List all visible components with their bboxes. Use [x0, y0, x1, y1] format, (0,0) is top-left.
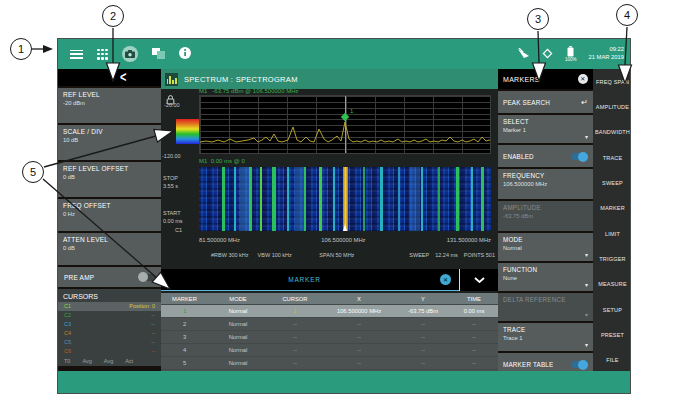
mode-dropdown[interactable]: MODE Normal ▾: [498, 233, 593, 261]
select-value: Marker 1: [503, 127, 588, 133]
pre-amp-toggle[interactable]: [138, 274, 155, 281]
marker-table-toggle[interactable]: [571, 361, 588, 368]
marker-table-title: MARKER: [161, 269, 448, 290]
menu-item-limit[interactable]: LIMIT: [593, 221, 631, 246]
marker-table: MARKER MODE CURSOR X Y TIME 1 Normal 1 1…: [161, 293, 498, 373]
menu-item-trigger[interactable]: TRIGGER: [593, 246, 631, 271]
function-dropdown[interactable]: FUNCTION None ▾: [498, 263, 593, 291]
menu-item-bandwidth[interactable]: BANDWIDTH: [593, 120, 631, 145]
peak-search-button[interactable]: PEAK SEARCH ↵: [498, 91, 593, 113]
ref-level-button[interactable]: REF LEVEL -20 dBm: [58, 88, 161, 123]
menu-item-amplitude[interactable]: AMPLITUDE: [593, 94, 631, 119]
menu-item-preset[interactable]: PRESET: [593, 322, 631, 347]
mode-label: MODE: [503, 236, 588, 243]
cell-mode: Normal: [208, 321, 268, 327]
col-cursor: CURSOR: [268, 296, 322, 302]
menu-item-file[interactable]: FILE: [593, 348, 631, 373]
ref-top-label: -20.00: [164, 102, 180, 108]
cell-x: --: [322, 334, 396, 340]
cell-time: --: [450, 334, 498, 340]
collapse-chevron-icon[interactable]: <: [120, 70, 126, 84]
markers-settings-panel: MARKERS ✕ PEAK SEARCH ↵ SELECT Marker 1 …: [498, 69, 593, 373]
function-value: None: [503, 275, 588, 281]
freq-offset-button[interactable]: FREQ OFFSET 0 Hz: [58, 199, 161, 231]
spectrogram[interactable]: [199, 167, 491, 231]
pre-amp-label: PRE AMP: [64, 274, 94, 281]
sgram-readout-value: 0.00 ms @ 0: [211, 158, 245, 164]
menu-item-trace[interactable]: TRACE: [593, 145, 631, 170]
table-row[interactable]: 5 Normal -- -- -- --: [161, 357, 498, 370]
enter-icon: ↵: [581, 98, 588, 107]
menu-item-sweep[interactable]: SWEEP: [593, 170, 631, 195]
cell-x: 106.500000 MHz: [322, 308, 396, 314]
frequency-axis-labels: 81.500000 MHz 106.500000 MHz 131.500000 …: [199, 237, 491, 243]
window-title: SPECTRUM : SPECTROGRAM: [184, 75, 298, 84]
callout-3: 3: [527, 8, 549, 30]
cell-time: --: [450, 360, 498, 366]
apps-grid-icon[interactable]: [97, 49, 108, 60]
cursor-c4-name: C4: [64, 330, 71, 337]
cursor-footer-row: T0 Avg Avg Act: [58, 356, 161, 366]
spectrum-window: SPECTRUM : SPECTROGRAM M1 -63.75 dBm @ 1…: [161, 69, 498, 373]
stop-label: STOP: [163, 175, 178, 181]
marker-table-close-icon[interactable]: ✕: [440, 274, 451, 285]
cell-x: --: [322, 321, 396, 327]
menu-icon[interactable]: [70, 50, 83, 59]
start-label: START: [163, 210, 181, 216]
atten-level-button[interactable]: ATTEN LEVEL 0 dB: [58, 233, 161, 265]
cursor-row-c1[interactable]: C1 Position: 0: [58, 302, 161, 311]
marker-1-number: 1: [350, 108, 353, 114]
trace-value: Trace 1: [503, 335, 588, 341]
cursor-row-c4[interactable]: C4 --: [58, 329, 161, 338]
cursor-row-c6[interactable]: C6 --: [58, 347, 161, 356]
cursor-c1-value: Position: 0: [129, 303, 155, 310]
menu-item-marker[interactable]: MARKER: [593, 196, 631, 221]
marker-frequency-line: [345, 96, 346, 153]
cell-cursor: --: [268, 334, 322, 340]
menu-item-measure[interactable]: MEASURE: [593, 272, 631, 297]
sgram-readout-label: M1: [199, 158, 207, 164]
markers-panel-title: MARKERS: [503, 76, 540, 83]
cell-y: --: [396, 347, 450, 353]
scale-div-label: SCALE / DIV: [63, 128, 156, 135]
trace-dropdown[interactable]: TRACE Trace 1 ▾: [498, 323, 593, 351]
select-label: SELECT: [503, 118, 588, 125]
sweep-label: SWEEP: [409, 252, 429, 258]
info-icon[interactable]: [179, 45, 191, 63]
system-top-bar: 100% 09:22 21 MAR 2019: [58, 39, 630, 69]
atten-level-value: 0 dB: [63, 245, 156, 251]
cell-marker: 2: [161, 321, 208, 327]
cursor-row-c2[interactable]: C2 --: [58, 311, 161, 320]
cell-cursor: --: [268, 347, 322, 353]
cursor-row-c3[interactable]: C3 --: [58, 320, 161, 329]
cell-x: --: [322, 347, 396, 353]
cursor-c5-value: --: [151, 339, 155, 346]
cell-cursor: 1: [268, 308, 322, 314]
peak-search-label: PEAK SEARCH: [503, 99, 550, 106]
display-windows-icon[interactable]: [152, 45, 165, 63]
scale-div-button[interactable]: SCALE / DIV 10 dB: [58, 125, 161, 160]
screenshot-camera-icon[interactable]: [122, 46, 138, 62]
col-x: X: [322, 296, 396, 302]
ref-level-offset-button[interactable]: REF LEVEL OFFSET 0 dB: [58, 162, 161, 197]
cell-mode: Normal: [208, 360, 268, 366]
table-row[interactable]: 2 Normal -- -- -- --: [161, 318, 498, 331]
chevron-down-icon: [474, 277, 485, 283]
battery-indicator: 100%: [565, 46, 577, 63]
menu-item-freq-span[interactable]: FREQ SPAN: [593, 69, 631, 94]
cell-time: --: [450, 321, 498, 327]
frequency-button[interactable]: FREQUENCY 106.500000 MHz: [498, 169, 593, 199]
marker-readout-top-value: -63.75 dBm @ 106.500000 MHz: [212, 88, 298, 94]
function-label: FUNCTION: [503, 266, 588, 273]
table-row[interactable]: 1 Normal 1 106.500000 MHz -63.75 dBm 0.0…: [161, 305, 498, 318]
marker-table-collapse-button[interactable]: [459, 269, 498, 291]
spectrum-plot[interactable]: 1: [199, 95, 491, 154]
select-marker-dropdown[interactable]: SELECT Marker 1 ▾: [498, 115, 593, 143]
table-row[interactable]: 4 Normal -- -- -- --: [161, 344, 498, 357]
markers-panel-close-icon[interactable]: ✕: [578, 74, 588, 84]
table-row[interactable]: 3 Normal -- -- -- --: [161, 331, 498, 344]
cursor-row-c5[interactable]: C5 --: [58, 338, 161, 347]
enabled-toggle[interactable]: [571, 153, 588, 160]
menu-item-setup[interactable]: SETUP: [593, 297, 631, 322]
instrument-screen: 100% 09:22 21 MAR 2019 < REF LEVEL -20 d…: [57, 38, 631, 394]
